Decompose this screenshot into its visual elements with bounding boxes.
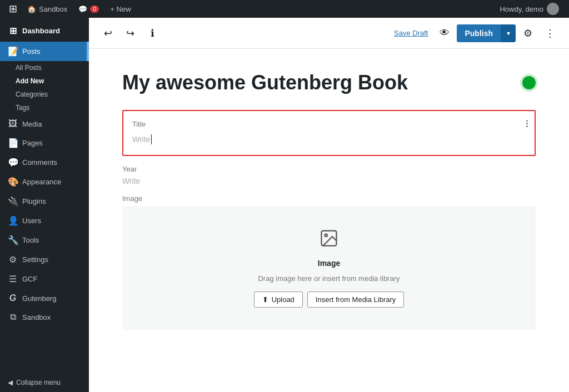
upload-icon: ⬆	[262, 295, 268, 304]
tools-label: Tools	[22, 236, 39, 244]
all-posts-label: All Posts	[16, 64, 42, 72]
preview-icon: 👁	[440, 27, 450, 39]
posts-icon: 📝	[8, 46, 18, 57]
publish-button-group: Publish ▾	[457, 24, 516, 42]
sidebar-item-comments[interactable]: 💬 Comments	[0, 153, 89, 172]
howdy-text: Howdy, demo	[500, 5, 543, 13]
adminbar-new[interactable]: + New	[104, 0, 136, 18]
undo-icon: ↩	[104, 27, 112, 39]
image-action-buttons: ⬆ Upload Insert from Media Library	[254, 292, 405, 308]
sidebar-item-users[interactable]: 👤 Users	[0, 211, 89, 230]
adminbar-site[interactable]: 🏠 Sandbox	[22, 0, 73, 18]
year-input[interactable]: Write	[122, 177, 536, 185]
posts-label: Posts	[22, 47, 41, 56]
image-heading: Image	[318, 259, 340, 268]
preview-button[interactable]: 👁	[435, 23, 455, 43]
upload-label: Upload	[272, 295, 295, 304]
editor-more-button[interactable]: ⋮	[540, 23, 560, 43]
site-name: Sandbox	[39, 5, 67, 13]
upload-button[interactable]: ⬆ Upload	[254, 292, 303, 308]
sidebar-item-sandbox[interactable]: ⧉ Sandbox	[0, 308, 89, 326]
title-block-label: Title	[132, 120, 526, 128]
more-icon: ⋮	[545, 27, 555, 39]
redo-button[interactable]: ↪	[120, 23, 140, 43]
image-section: Image Image Drag image here or insert fr…	[122, 194, 536, 330]
image-block-icon	[319, 228, 339, 252]
collapse-label: Collapse menu	[16, 379, 61, 386]
info-button[interactable]: ℹ	[142, 23, 162, 43]
adminbar-comments[interactable]: 💬 0	[73, 0, 104, 18]
title-block-input[interactable]: Write	[132, 133, 526, 146]
plugins-icon: 🔌	[8, 196, 18, 207]
pages-icon: 📄	[8, 138, 18, 148]
settings-icon: ⚙	[8, 254, 18, 265]
sidebar-item-posts[interactable]: 📝 Posts	[0, 42, 89, 61]
new-label: + New	[110, 5, 131, 13]
wp-logo[interactable]: ⊞	[4, 3, 22, 15]
publish-dropdown-button[interactable]: ▾	[501, 24, 516, 42]
publish-arrow-icon: ▾	[507, 29, 510, 37]
sandbox-label: Sandbox	[22, 313, 51, 321]
sidebar-item-pages[interactable]: 📄 Pages	[0, 133, 89, 153]
sidebar-item-tools[interactable]: 🔧 Tools	[0, 230, 89, 250]
text-cursor	[151, 134, 152, 144]
dashboard-label: Dashboard	[22, 27, 60, 35]
image-block[interactable]: Image Drag image here or insert from med…	[122, 206, 536, 330]
sidebar-sub-add-new[interactable]: Add New	[0, 74, 89, 88]
admin-bar: ⊞ 🏠 Sandbox 💬 0 + New Howdy, demo	[0, 0, 569, 18]
plugins-label: Plugins	[22, 197, 46, 205]
sidebar-item-gcf[interactable]: ☰ GCF	[0, 269, 89, 289]
collapse-menu-button[interactable]: ◀ Collapse menu	[0, 373, 89, 392]
gcf-label: GCF	[22, 275, 37, 283]
categories-label: Categories	[16, 91, 48, 98]
sidebar-sub-all-posts[interactable]: All Posts	[0, 61, 89, 74]
sidebar-item-media[interactable]: 🖼 Media	[0, 114, 89, 133]
appearance-label: Appearance	[22, 178, 61, 186]
editor-settings-icon: ⚙	[523, 27, 532, 39]
gutenberg-icon: G	[8, 293, 18, 303]
users-label: Users	[22, 217, 41, 225]
add-new-label: Add New	[16, 77, 44, 85]
tags-label: Tags	[16, 104, 29, 112]
dashboard-icon: ⊞	[8, 26, 18, 36]
redo-icon: ↪	[126, 27, 134, 39]
dot3	[526, 125, 528, 127]
editor-settings-button[interactable]: ⚙	[518, 23, 538, 43]
media-icon: 🖼	[8, 119, 18, 129]
comments-count: 0	[90, 6, 99, 13]
sidebar-item-gutenberg[interactable]: G Gutenberg	[0, 289, 89, 308]
post-title-area: My awesome Gutenberg Book	[122, 71, 536, 94]
site-icon: 🏠	[27, 5, 36, 13]
save-draft-button[interactable]: Save Draft	[390, 29, 432, 37]
user-avatar	[547, 3, 559, 15]
sidebar-sub-categories[interactable]: Categories	[0, 88, 89, 101]
undo-button[interactable]: ↩	[98, 23, 118, 43]
adminbar-user[interactable]: Howdy, demo	[494, 3, 565, 15]
users-icon: 👤	[8, 215, 18, 226]
media-library-button[interactable]: Insert from Media Library	[307, 292, 405, 308]
post-title[interactable]: My awesome Gutenberg Book	[122, 71, 516, 94]
image-field-label: Image	[122, 194, 536, 203]
title-placeholder: Write	[132, 135, 150, 144]
title-block[interactable]: Title Write	[122, 110, 536, 156]
gcf-icon: ☰	[8, 274, 18, 284]
editor-wrapper: ↩ ↪ ℹ Save Draft 👁 Publish ▾ ⚙	[89, 18, 569, 392]
sidebar-sub-tags[interactable]: Tags	[0, 101, 89, 114]
image-drag-text: Drag image here or insert from media lib…	[258, 274, 400, 283]
year-section: Year Write	[122, 165, 536, 185]
editor-toolbar: ↩ ↪ ℹ Save Draft 👁 Publish ▾ ⚙	[89, 18, 569, 49]
sidebar-item-settings[interactable]: ⚙ Settings	[0, 250, 89, 269]
sidebar-item-appearance[interactable]: 🎨 Appearance	[0, 172, 89, 192]
block-menu-button[interactable]	[524, 118, 530, 129]
sidebar: ⊞ Dashboard 📝 Posts All Posts Add New Ca…	[0, 18, 89, 392]
comments-icon: 💬	[8, 157, 18, 168]
sidebar-brand[interactable]: ⊞ Dashboard	[0, 18, 89, 42]
media-label: Media	[22, 120, 42, 128]
comments-label: Comments	[22, 158, 57, 167]
appearance-icon: 🎨	[8, 177, 18, 187]
publish-button[interactable]: Publish	[457, 24, 501, 42]
sidebar-item-plugins[interactable]: 🔌 Plugins	[0, 192, 89, 211]
editor-content: My awesome Gutenberg Book Title Write Ye…	[89, 49, 569, 392]
dot1	[526, 120, 528, 122]
comment-icon: 💬	[78, 5, 87, 13]
